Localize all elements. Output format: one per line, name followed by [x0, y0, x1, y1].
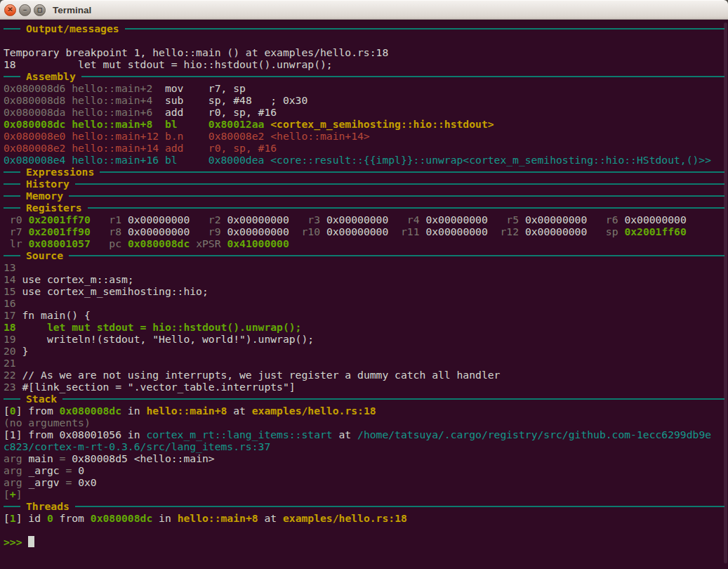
text-segment: 0x80008d5 <hello::main> — [72, 452, 214, 464]
text-segment: 0x080008da hello::main+6 — [4, 106, 165, 118]
close-icon: ✕ — [7, 6, 13, 13]
text-segment: 0x00000000 — [425, 214, 487, 225]
maximize-button[interactable]: ◻ — [34, 4, 46, 16]
text-segment: from — [53, 512, 91, 524]
text-segment: [ — [4, 512, 10, 524]
minimize-button[interactable]: – — [19, 4, 31, 16]
divider-line — [69, 195, 724, 197]
divider-line — [4, 506, 20, 507]
text-segment: r0 — [4, 214, 28, 225]
text-segment: _argv — [28, 476, 59, 488]
text-segment: ] id — [16, 512, 47, 524]
window-buttons: ✕ – ◻ — [4, 4, 46, 16]
text-segment: 0x2001ff60 — [624, 225, 686, 237]
divider-line — [4, 171, 20, 173]
text-segment: 0x00000000 — [128, 225, 190, 237]
text-segment: <cortex_m_semihosting::hio::hstdout> — [270, 118, 494, 130]
text-segment: 14 — [4, 273, 22, 285]
divider-line — [4, 255, 20, 256]
terminal-line: 0x080008dc hello::main+8 bl 0x80012aa <c… — [4, 118, 724, 130]
text-segment: (no arguments) — [4, 417, 91, 429]
terminal-body[interactable]: Output/messagesTemporary breakpoint 1, h… — [0, 20, 728, 569]
terminal-line: 0x080008d6 hello::main+2 mov r7, sp — [4, 82, 724, 94]
text-segment: [1] from 0x08001056 in — [4, 429, 146, 440]
section-header: Expressions — [20, 166, 100, 178]
text-segment: in — [121, 405, 146, 417]
terminal-line: [1] id 0 from 0x080008dc in hello::main+… — [4, 512, 724, 524]
terminal-line: 23 #[link_section = ".vector_table.inter… — [4, 381, 724, 393]
text-segment: arg — [4, 464, 28, 476]
text-segment: 18 let mut stdout = hio::hstdout().unwra… — [4, 321, 301, 333]
text-segment: examples/hello.rs:18 — [283, 512, 407, 524]
section-divider: Assembly — [4, 70, 724, 82]
text-segment: r2 — [190, 214, 227, 225]
divider-line — [100, 171, 724, 173]
text-segment: 16 — [4, 297, 16, 309]
section-header: Assembly — [20, 70, 81, 82]
text-segment: 0x00000000 — [425, 225, 487, 237]
terminal-line: 0x080008d8 hello::main+4 sub sp, #48 ; 0… — [4, 94, 724, 106]
terminal-line: r0 0x2001ff70 r1 0x00000000 r2 0x0000000… — [4, 214, 724, 225]
text-segment: ] — [16, 488, 22, 500]
section-header: Stack — [20, 393, 62, 405]
divider-line — [62, 398, 724, 400]
text-segment: ] from — [16, 405, 60, 417]
terminal-line: arg _argv = 0x0 — [4, 476, 724, 488]
text-segment: r7 — [4, 225, 28, 237]
terminal-line: [+] — [4, 488, 724, 500]
terminal-line: 18 let mut stdout = hio::hstdout().unwra… — [4, 58, 724, 70]
text-segment: 0x00000000 — [525, 225, 587, 237]
divider-line — [4, 183, 20, 185]
terminal-line: 22 // As we are not using interrupts, we… — [4, 369, 724, 381]
section-header: History — [20, 178, 75, 190]
divider-line — [4, 207, 20, 209]
text-segment: r4 — [388, 214, 425, 225]
terminal-line: 15 use cortex_m_semihosting::hio; — [4, 285, 724, 297]
text-segment: 0x080008dc — [60, 405, 121, 417]
text-segment: 0x2001ff70 — [28, 214, 90, 225]
prompt-line[interactable]: >>> — [4, 536, 724, 548]
text-segment: 13 — [4, 261, 16, 273]
text-segment: r8 — [91, 225, 128, 237]
text-segment: 0x00000000 — [525, 214, 587, 225]
divider-line — [125, 28, 724, 30]
text-segment: 21 — [4, 357, 16, 369]
scrollbar[interactable] — [724, 22, 727, 563]
text-segment: _argc — [28, 464, 59, 476]
cursor — [28, 536, 34, 547]
section-header: Output/messages — [20, 22, 125, 34]
text-segment: [ — [4, 488, 10, 500]
divider-line — [4, 398, 20, 400]
close-button[interactable]: ✕ — [4, 4, 16, 16]
section-header: Registers — [20, 202, 88, 214]
text-segment: main — [28, 452, 53, 464]
text-segment: 0x08001057 — [28, 237, 90, 249]
terminal-line: 20 } — [4, 345, 724, 357]
text-segment: 18 let mut stdout = hio::hstdout().unwra… — [4, 58, 333, 70]
text-segment: sp — [587, 225, 624, 237]
terminal-line: arg main = 0x80008d5 <hello::main> — [4, 452, 724, 464]
text-segment: examples/hello.rs:18 — [252, 405, 376, 417]
titlebar[interactable]: ✕ – ◻ Terminal — [0, 0, 728, 20]
text-segment: at — [333, 429, 357, 440]
text-segment: 0x00000000 — [128, 214, 190, 225]
section-divider: Expressions — [4, 166, 724, 178]
terminal-line: 14 use cortex_m::asm; — [4, 273, 724, 285]
divider-line — [75, 183, 724, 185]
terminal-line: 18 let mut stdout = hio::hstdout().unwra… — [4, 321, 724, 333]
terminal-window: ✕ – ◻ Terminal Output/messagesTemporary … — [0, 0, 728, 569]
text-segment: writeln!(stdout, "Hello, world!").unwrap… — [22, 333, 315, 345]
text-segment: 0 — [47, 512, 53, 524]
terminal-line: 0x080008da hello::main+6 add r0, sp, #16 — [4, 106, 724, 118]
terminal-line: [0] from 0x080008dc in hello::main+8 at … — [4, 405, 724, 417]
text-segment: 19 — [4, 333, 22, 345]
text-segment: /home/tatsuya/.cargo/registry/src/github… — [357, 429, 711, 440]
text-segment: 0x080008d6 hello::main+2 — [4, 82, 165, 94]
window-title: Terminal — [53, 5, 91, 15]
text-segment: 0x00000000 — [227, 214, 289, 225]
text-segment: 0x080008dc — [128, 237, 190, 249]
terminal-line — [4, 34, 724, 46]
text-segment: } — [22, 345, 29, 357]
text-segment: 0x080008dc — [91, 512, 152, 524]
text-segment: 0x00000000 — [326, 214, 388, 225]
